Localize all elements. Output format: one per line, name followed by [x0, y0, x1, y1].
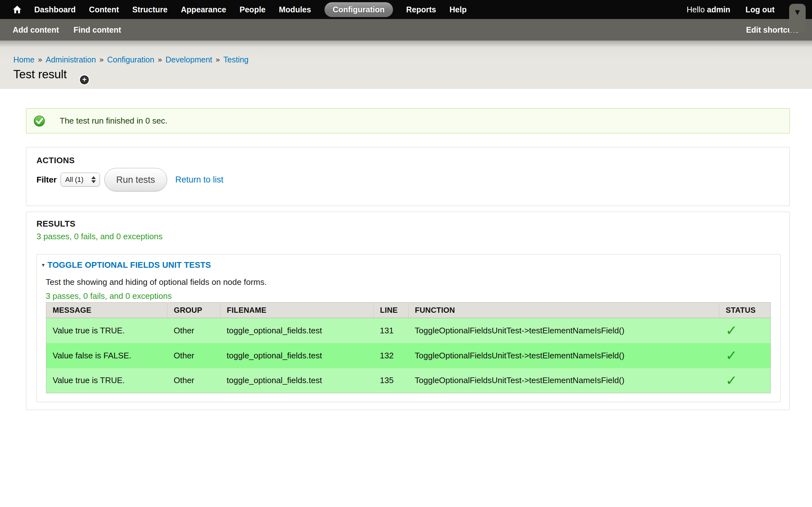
breadcrumb: Home»Administration»Configuration»Develo… — [13, 55, 249, 64]
cell-function: ToggleOptionalFieldsUnitTest->testElemen… — [409, 368, 719, 393]
return-to-list-link[interactable]: Return to list — [175, 175, 223, 185]
toolbar-item-structure[interactable]: Structure — [132, 5, 167, 14]
toolbar-item-dashboard[interactable]: Dashboard — [34, 5, 76, 14]
cell-group: Other — [167, 343, 220, 368]
status-ok-icon — [34, 115, 45, 127]
cell-message: Value true is TRUE. — [46, 318, 167, 343]
test-group-title-text: TOGGLE OPTIONAL FIELDS UNIT TESTS — [48, 260, 211, 270]
toolbar-toggle-button[interactable]: ▼ — [789, 4, 806, 32]
breadcrumb-administration[interactable]: Administration — [46, 55, 96, 64]
page-title: Test result — [13, 68, 67, 81]
breadcrumb-separator: » — [38, 55, 43, 64]
greeting-prefix: Hello — [687, 5, 707, 14]
select-arrows-icon — [91, 176, 96, 183]
toolbar-item-configuration[interactable]: Configuration — [324, 2, 393, 17]
plus-icon: + — [82, 76, 87, 83]
main-content: The test run finished in 0 sec. ACTIONS … — [0, 89, 812, 507]
actions-panel: ACTIONS Filter All (1) Run tests Return … — [26, 147, 790, 206]
cell-group: Other — [167, 318, 220, 343]
cell-filename: toggle_optional_fields.test — [220, 343, 374, 368]
logout-link[interactable]: Log out — [745, 5, 774, 14]
col-header-group: GROUP — [167, 302, 220, 318]
cell-status: ✓ — [719, 343, 771, 368]
pass-check-icon: ✓ — [726, 322, 738, 338]
toolbar-item-reports[interactable]: Reports — [406, 5, 436, 14]
breadcrumb-home[interactable]: Home — [13, 55, 35, 64]
results-legend: RESULTS — [37, 219, 75, 229]
username-link[interactable]: admin — [707, 5, 730, 14]
toolbar-item-content[interactable]: Content — [89, 5, 119, 14]
results-table: MESSAGE GROUP FILENAME LINE FUNCTION STA… — [46, 302, 771, 393]
toolbar-item-modules[interactable]: Modules — [279, 5, 311, 14]
col-header-line: LINE — [374, 302, 409, 318]
col-header-status: STATUS — [719, 302, 771, 318]
table-row: Value true is TRUE. Other toggle_optiona… — [46, 368, 771, 393]
shortcut-add-content[interactable]: Add content — [13, 25, 59, 35]
breadcrumb-separator: » — [157, 55, 162, 64]
cell-status: ✓ — [719, 368, 771, 393]
col-header-function: FUNCTION — [409, 302, 719, 318]
chevron-down-icon: ▼ — [795, 9, 800, 32]
results-table-header-row: MESSAGE GROUP FILENAME LINE FUNCTION STA… — [46, 302, 771, 318]
col-header-filename: FILENAME — [220, 302, 374, 318]
table-row: Value true is TRUE. Other toggle_optiona… — [46, 318, 771, 343]
test-group-summary: 3 passes, 0 fails, and 0 exceptions — [46, 291, 171, 301]
shortcuts-bar: Add content Find content Edit shortcuts — [0, 19, 812, 41]
cell-line: 132 — [374, 343, 409, 368]
user-greeting: Hello admin — [687, 5, 730, 14]
collapse-arrow-icon: ▾ — [42, 262, 45, 268]
home-icon[interactable] — [13, 5, 21, 14]
pass-check-icon: ✓ — [726, 347, 738, 363]
cell-message: Value true is TRUE. — [46, 368, 167, 393]
admin-toolbar: Dashboard Content Structure Appearance P… — [0, 0, 812, 19]
cell-group: Other — [167, 368, 220, 393]
actions-controls: Filter All (1) Run tests Return to list — [37, 165, 223, 194]
cell-filename: toggle_optional_fields.test — [220, 368, 374, 393]
shortcut-find-content[interactable]: Find content — [73, 25, 121, 35]
pass-check-icon: ✓ — [726, 372, 738, 389]
cell-message: Value false is FALSE. — [46, 343, 167, 368]
cell-line: 131 — [374, 318, 409, 343]
cell-status: ✓ — [719, 318, 771, 343]
status-message-text: The test run finished in 0 sec. — [60, 116, 167, 126]
add-to-shortcuts-icon[interactable]: + — [80, 75, 89, 84]
breadcrumb-development[interactable]: Development — [165, 55, 212, 64]
toolbar-item-help[interactable]: Help — [450, 5, 467, 14]
cell-function: ToggleOptionalFieldsUnitTest->testElemen… — [409, 343, 719, 368]
toolbar-item-people[interactable]: People — [240, 5, 265, 14]
run-tests-label: Run tests — [116, 175, 155, 185]
results-panel: RESULTS 3 passes, 0 fails, and 0 excepti… — [26, 212, 790, 410]
cell-line: 135 — [374, 368, 409, 393]
results-summary: 3 passes, 0 fails, and 0 exceptions — [37, 232, 162, 241]
breadcrumb-configuration[interactable]: Configuration — [107, 55, 154, 64]
filter-label: Filter — [37, 175, 57, 185]
breadcrumb-separator: » — [215, 55, 220, 64]
col-header-message: MESSAGE — [46, 302, 167, 318]
run-tests-button[interactable]: Run tests — [104, 168, 167, 191]
test-group-collapsible-title[interactable]: ▾ TOGGLE OPTIONAL FIELDS UNIT TESTS — [42, 260, 211, 270]
status-message: The test run finished in 0 sec. — [26, 108, 790, 133]
breadcrumb-testing[interactable]: Testing — [223, 55, 248, 64]
page-header: Home»Administration»Configuration»Develo… — [0, 41, 812, 89]
filter-selected-value: All (1) — [65, 176, 84, 184]
breadcrumb-separator: » — [99, 55, 104, 64]
table-row: Value false is FALSE. Other toggle_optio… — [46, 343, 771, 368]
test-group-description: Test the showing and hiding of optional … — [46, 277, 267, 287]
actions-legend: ACTIONS — [37, 156, 75, 165]
test-group-panel: ▾ TOGGLE OPTIONAL FIELDS UNIT TESTS Test… — [37, 254, 780, 402]
toolbar-item-appearance[interactable]: Appearance — [181, 5, 226, 14]
cell-function: ToggleOptionalFieldsUnitTest->testElemen… — [409, 318, 719, 343]
cell-filename: toggle_optional_fields.test — [220, 318, 374, 343]
filter-select[interactable]: All (1) — [61, 173, 100, 187]
